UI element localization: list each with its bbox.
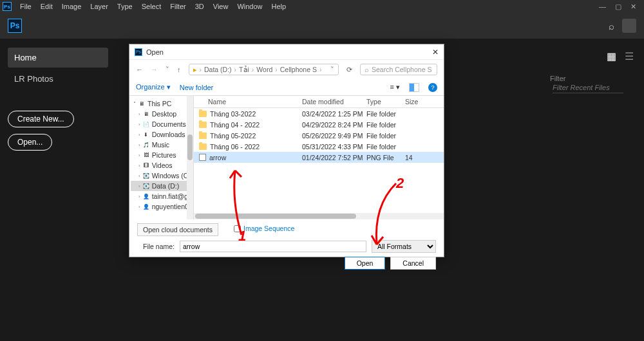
file-row[interactable]: Tháng 06 - 202205/31/2022 4:33 PMFile fo…: [194, 141, 444, 152]
dialog-app-icon: Ps: [135, 48, 142, 56]
dialog-titlebar: Ps Open ✕: [129, 44, 444, 60]
user-icon: 👤: [143, 203, 149, 210]
nav-lr-photos[interactable]: LR Photos: [8, 69, 108, 89]
grid-view-icon[interactable]: ▦: [605, 50, 617, 62]
user-icon: 👤: [143, 193, 149, 199]
desktop-icon: 🖥: [143, 111, 149, 117]
create-new-button[interactable]: Create New...: [8, 111, 74, 127]
view-mode-icon[interactable]: ≡ ▾: [390, 83, 400, 91]
ps-logo: Ps: [8, 19, 22, 33]
nav-up-icon[interactable]: ↑: [177, 66, 181, 73]
folder-icon: [199, 143, 207, 150]
downloads-icon: ⬇: [143, 131, 149, 138]
filter-input[interactable]: [553, 82, 623, 93]
menu-view[interactable]: View: [209, 3, 233, 10]
menu-type[interactable]: Type: [113, 3, 137, 10]
file-row[interactable]: Tháng 04 - 202204/29/2022 8:24 PMFile fo…: [194, 119, 444, 130]
dialog-toolbar: Organize ▾ New folder ≡ ▾ ?: [129, 79, 444, 96]
breadcrumb[interactable]: ▸ ›Data (D:) ›Tải ›Word ›Cellphone S › ˅: [189, 64, 339, 75]
annotation-number-2: 2: [396, 175, 404, 192]
videos-icon: 🎞: [143, 162, 149, 169]
menu-help[interactable]: Help: [267, 3, 291, 10]
search-icon: ⌕: [365, 66, 369, 73]
file-row[interactable]: Tháng 05-202205/26/2022 9:49 PMFile fold…: [194, 130, 444, 141]
folder-tree[interactable]: ˅🖥This PC ›🖥Desktop ›📄Documents ›⬇Downlo…: [129, 96, 194, 219]
open-dialog: Ps Open ✕ ← → ˅ ↑ ▸ ›Data (D:) ›Tải ›Wor…: [129, 44, 444, 257]
open-button[interactable]: Open...: [8, 134, 52, 151]
tree-scrollbar[interactable]: [187, 96, 193, 219]
nav-forward-icon[interactable]: →: [151, 66, 158, 73]
menu-edit[interactable]: Edit: [36, 3, 57, 10]
window-controls: — ▢ ✕: [599, 3, 641, 11]
filename-input[interactable]: [180, 241, 366, 252]
menu-3d[interactable]: 3D: [191, 3, 209, 10]
search-icon[interactable]: ⌕: [609, 21, 614, 32]
image-sequence-checkbox[interactable]: Image Sequence: [234, 225, 436, 232]
profile-button[interactable]: [622, 19, 636, 33]
app-toolbar: Ps ⌕: [0, 13, 644, 39]
folder-icon: [199, 111, 207, 117]
dialog-search[interactable]: ⌕ Search Cellphone S: [360, 64, 437, 75]
dialog-close-icon[interactable]: ✕: [432, 48, 439, 57]
file-list-header[interactable]: Name Date modified Type Size: [194, 96, 444, 108]
filter-label: Filter: [550, 75, 565, 82]
menu-select[interactable]: Select: [137, 3, 166, 10]
refresh-icon[interactable]: ⟳: [346, 66, 352, 74]
filename-label: File name:: [137, 243, 175, 250]
documents-icon: 📄: [143, 121, 149, 127]
help-icon[interactable]: ?: [428, 83, 437, 92]
dialog-cancel-button[interactable]: Cancel: [390, 257, 436, 270]
dialog-footer: Open cloud documents Image Sequence File…: [129, 219, 444, 273]
menu-window[interactable]: Window: [232, 3, 267, 10]
menu-bar: Ps File Edit Image Layer Type Select Fil…: [0, 0, 644, 13]
nav-recent-icon[interactable]: ˅: [166, 66, 169, 74]
list-view-icon[interactable]: ☰: [623, 50, 635, 62]
right-sidebar: ▦ ☰ Filter: [541, 39, 644, 341]
pc-icon: 🖥: [138, 100, 145, 107]
nav-back-icon[interactable]: ←: [136, 66, 143, 73]
menu-filter[interactable]: Filter: [166, 3, 190, 10]
minimize-icon[interactable]: —: [599, 3, 606, 11]
drive-icon: 💽: [143, 183, 149, 189]
ps-logo-mini: Ps: [3, 2, 12, 11]
folder-icon: [199, 133, 207, 139]
music-icon: 🎵: [143, 142, 149, 148]
menu-image[interactable]: Image: [57, 3, 86, 10]
pictures-icon: 🖼: [143, 152, 149, 158]
folder-icon: [199, 122, 207, 128]
menu-layer[interactable]: Layer: [86, 3, 113, 10]
preview-pane-icon[interactable]: [409, 83, 419, 92]
dialog-nav: ← → ˅ ↑ ▸ ›Data (D:) ›Tải ›Word ›Cellpho…: [129, 60, 444, 79]
menu-file[interactable]: File: [15, 3, 36, 10]
file-list-hscrollbar[interactable]: [194, 213, 444, 219]
file-list: Name Date modified Type Size Tháng 03-20…: [194, 96, 444, 219]
left-sidebar: Home LR Photos Create New... Open...: [0, 39, 116, 341]
annotation-number-1: 1: [238, 228, 246, 244]
dialog-open-button[interactable]: Open: [345, 257, 386, 270]
file-row-selected[interactable]: arrow01/24/2022 7:52 PMPNG File14: [194, 152, 444, 163]
close-icon[interactable]: ✕: [630, 3, 636, 11]
png-file-icon: [199, 154, 206, 161]
organize-dropdown[interactable]: Organize ▾: [136, 83, 171, 91]
drive-icon: 💽: [143, 172, 149, 179]
dialog-title: Open: [146, 48, 164, 56]
nav-home[interactable]: Home: [8, 48, 108, 68]
open-cloud-button[interactable]: Open cloud documents: [137, 223, 218, 236]
maximize-icon[interactable]: ▢: [615, 3, 621, 11]
new-folder-button[interactable]: New folder: [180, 84, 214, 91]
file-row[interactable]: Tháng 03-202203/24/2022 1:25 PMFile fold…: [194, 108, 444, 119]
format-select[interactable]: All Formats: [372, 240, 436, 253]
